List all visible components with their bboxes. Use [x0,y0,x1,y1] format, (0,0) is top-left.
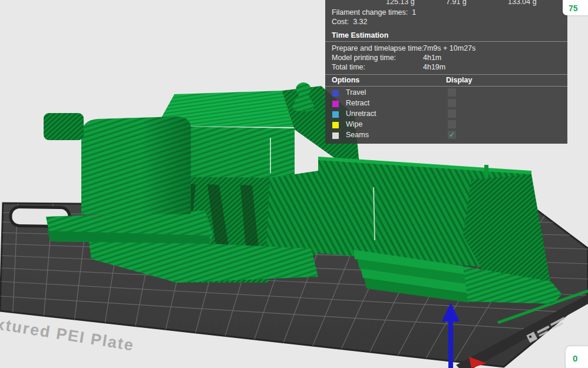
filament-weight-model: 125.13 g [386,0,415,6]
panel-divider [325,74,567,75]
time-estimation-title: Time Estimation [332,31,388,39]
display-header: Display [446,76,472,84]
wipe-color-chip [332,122,339,128]
retract-checkbox[interactable] [448,99,456,107]
panel-divider [325,86,567,87]
options-header: Options [332,76,359,84]
prepare-time-value: 7m9s + 10m27s [423,44,475,52]
seams-checkbox[interactable]: ✓ [448,131,456,139]
print-statistics-panel: 125.13 g 7.91 g 133.04 g Filament change… [325,0,567,144]
cost-row: Cost: 3.32 [332,18,367,26]
filament-weight-flushed: 7.91 g [446,0,467,6]
travel-color-chip [332,90,339,97]
unretract-label: Unretract [346,110,376,118]
retract-color-chip [332,101,339,107]
wipe-label: Wipe [346,120,362,128]
wipe-checkbox[interactable] [448,120,456,128]
model-time-label: Model printing time: [332,54,396,62]
total-time-value: 4h19m [423,63,445,71]
travel-label: Travel [346,88,366,97]
panel-divider [325,41,567,42]
prepare-time-label: Prepare and timelapse time: [332,44,424,52]
total-time-label: Total time: [332,63,365,71]
seams-label: Seams [346,131,369,139]
filament-change-row: Filament change times: 1 [332,8,416,16]
layer-slider-lower-badge[interactable]: 0 [566,346,588,368]
unretract-checkbox[interactable] [448,110,456,118]
model-time-value: 4h1m [423,54,441,62]
retract-label: Retract [346,99,369,107]
slicer-preview-window: Textured PEI Plate [0,0,588,368]
unretract-color-chip [332,111,339,118]
seams-color-chip [332,132,339,139]
layer-slider-upper-badge[interactable]: 75 [563,0,588,15]
travel-checkbox[interactable] [448,88,456,97]
filament-weight-total: 133.04 g [508,0,537,6]
